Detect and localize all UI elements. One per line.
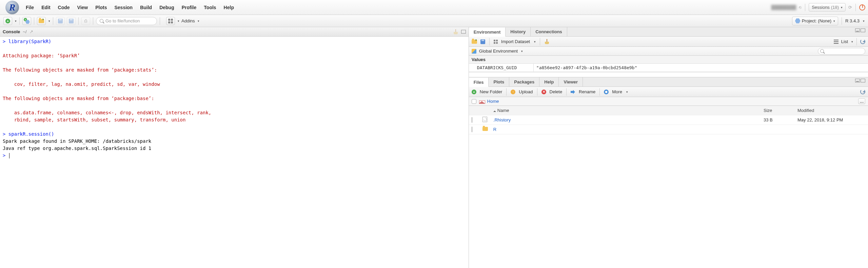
- popout-icon[interactable]: ↗: [29, 29, 33, 34]
- open-file-button[interactable]: [37, 17, 46, 25]
- refresh-session-icon[interactable]: ⟳: [848, 5, 852, 10]
- search-placeholder: Go to file/function: [105, 18, 140, 23]
- clear-console-icon[interactable]: [453, 29, 458, 35]
- rename-button[interactable]: Rename: [579, 89, 595, 94]
- files-tabs: FilesPlotsPackagesHelpViewer: [469, 77, 868, 87]
- r-hex-icon: [795, 18, 801, 24]
- files-toolbar: + New Folder ↑ Upload ✕ Delete Rename Mo…: [469, 87, 868, 97]
- save-all-button[interactable]: [67, 17, 76, 25]
- panes-button[interactable]: [166, 17, 175, 25]
- env-section-values: Values: [469, 56, 868, 64]
- delete-icon: ✕: [541, 90, 546, 94]
- minimize-pane-icon[interactable]: [855, 28, 860, 32]
- addins-dropdown[interactable]: Addins: [181, 18, 195, 23]
- plus-icon: +: [472, 90, 476, 94]
- more-dropdown[interactable]: More: [612, 89, 622, 94]
- env-search-input[interactable]: [818, 48, 865, 55]
- console-line: The following objects are masked from ‘p…: [3, 66, 466, 74]
- file-name[interactable]: .Rhistory: [493, 117, 760, 122]
- app-menubar: R FileEditCodeViewPlotsSessionBuildDebug…: [0, 0, 868, 15]
- tab-files[interactable]: Files: [469, 78, 489, 87]
- new-project-button[interactable]: +: [22, 17, 31, 25]
- breadcrumb-home[interactable]: Home: [487, 99, 499, 104]
- sort-asc-icon[interactable]: [493, 109, 496, 112]
- tab-plots[interactable]: Plots: [489, 77, 509, 87]
- console-line: [3, 45, 466, 52]
- console-line: cov, filter, lag, na.omit, predict, sd, …: [3, 81, 466, 88]
- menu-edit[interactable]: Edit: [41, 5, 50, 10]
- search-icon: [100, 19, 103, 23]
- sessions-dropdown[interactable]: Sessions (18) ▾: [809, 3, 846, 12]
- row-checkbox[interactable]: [472, 117, 472, 123]
- menu-profile[interactable]: Profile: [182, 5, 197, 10]
- env-scope-dropdown[interactable]: Global Environment: [479, 49, 518, 54]
- import-dataset-dropdown[interactable]: Import Dataset: [501, 39, 530, 44]
- r-version-dropdown[interactable]: R 3.4.3: [845, 18, 860, 23]
- new-file-button[interactable]: [3, 17, 12, 25]
- save-workspace-icon[interactable]: [480, 39, 485, 44]
- tab-connections[interactable]: Connections: [531, 27, 567, 36]
- tab-viewer[interactable]: Viewer: [559, 77, 583, 87]
- env-tabs: EnvironmentHistoryConnections: [469, 27, 868, 37]
- env-view-dropdown[interactable]: List: [841, 39, 848, 44]
- clear-env-icon[interactable]: [544, 39, 550, 44]
- row-checkbox[interactable]: [472, 127, 472, 132]
- menu-plots[interactable]: Plots: [95, 5, 107, 10]
- tab-help[interactable]: Help: [539, 77, 559, 87]
- file-modified: May 22, 2018, 9:12 PM: [797, 117, 865, 122]
- console-path: ~/: [23, 29, 26, 34]
- load-workspace-icon[interactable]: [472, 40, 477, 44]
- save-button[interactable]: [56, 17, 65, 25]
- refresh-icon[interactable]: [860, 89, 865, 94]
- maximize-pane-icon[interactable]: [861, 79, 865, 82]
- chevron-down-icon: ▾: [841, 6, 843, 9]
- menu-file[interactable]: File: [26, 5, 34, 10]
- console-line: > sparkR.session(): [3, 131, 466, 138]
- new-folder-button[interactable]: New Folder: [480, 89, 502, 94]
- power-icon[interactable]: [859, 4, 865, 11]
- file-name[interactable]: R: [493, 127, 760, 132]
- console-line: [3, 123, 466, 131]
- tab-history[interactable]: History: [506, 27, 531, 36]
- signout-icon[interactable]: ⎋: [799, 5, 802, 10]
- env-key: DATABRICKS_GUID: [469, 64, 533, 72]
- env-toolbar: Import Dataset▾ List▾: [469, 37, 868, 47]
- env-row[interactable]: DATABRICKS_GUID"a856ee92-a897-4f2b-a19a-…: [469, 64, 868, 72]
- project-dropdown[interactable]: Project: (None) ▾: [792, 17, 838, 25]
- file-row[interactable]: R: [469, 125, 868, 134]
- col-name-header[interactable]: Name: [497, 108, 509, 113]
- home-icon[interactable]: [479, 99, 485, 104]
- menu-tools[interactable]: Tools: [204, 5, 216, 10]
- menu-code[interactable]: Code: [58, 5, 70, 10]
- user-name: ████████: [771, 5, 796, 10]
- col-modified-header[interactable]: Modified: [797, 108, 865, 113]
- rstudio-logo: R: [3, 0, 22, 15]
- minimize-pane-icon[interactable]: [855, 79, 860, 82]
- file-row[interactable]: .Rhistory33 BMay 22, 2018, 9:12 PM: [469, 115, 868, 125]
- goto-search-input[interactable]: Go to file/function: [96, 17, 157, 25]
- rename-icon: [571, 90, 575, 94]
- console-line: [3, 59, 466, 66]
- maximize-pane-icon[interactable]: [861, 28, 865, 32]
- select-all-checkbox[interactable]: [472, 99, 476, 104]
- upload-button[interactable]: Upload: [519, 89, 533, 94]
- folder-icon: [482, 127, 488, 131]
- menu-help[interactable]: Help: [224, 5, 234, 10]
- menu-build[interactable]: Build: [140, 5, 152, 10]
- tab-packages[interactable]: Packages: [509, 77, 539, 87]
- console-line: > library(SparkR): [3, 38, 466, 45]
- menu-session[interactable]: Session: [114, 5, 133, 10]
- path-more-button[interactable]: ...: [858, 98, 865, 104]
- console-line: The following objects are masked from ‘p…: [3, 95, 466, 102]
- console-output[interactable]: > library(SparkR) Attaching package: ‘Sp…: [0, 37, 469, 268]
- env-scope-icon: [472, 49, 476, 54]
- menu-debug[interactable]: Debug: [159, 5, 174, 10]
- console-prompt[interactable]: >: [3, 152, 466, 159]
- delete-button[interactable]: Delete: [550, 89, 563, 94]
- refresh-icon[interactable]: [860, 39, 865, 44]
- col-size-header[interactable]: Size: [764, 108, 794, 113]
- tab-environment[interactable]: Environment: [469, 27, 506, 37]
- print-button[interactable]: ⎙: [81, 17, 90, 25]
- menu-view[interactable]: View: [77, 5, 88, 10]
- maximize-pane-icon[interactable]: [461, 30, 466, 34]
